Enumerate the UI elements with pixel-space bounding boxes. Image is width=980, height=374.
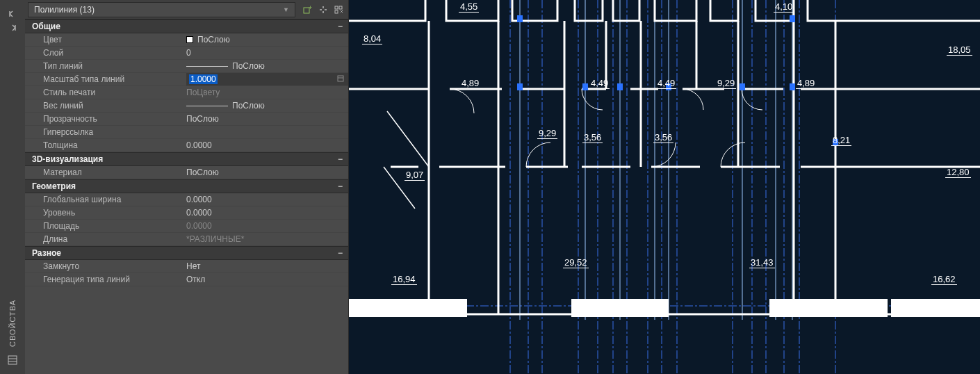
drawing-canvas[interactable] bbox=[349, 0, 980, 374]
collapse-icon: − bbox=[338, 248, 343, 258]
toggle-pickadd-icon[interactable]: + bbox=[302, 4, 313, 15]
dim-label: 4,49 bbox=[589, 78, 610, 89]
svg-rect-8 bbox=[338, 76, 343, 81]
calculator-icon[interactable] bbox=[337, 75, 345, 83]
dim-label: 9,29 bbox=[716, 78, 736, 89]
prop-row-area[interactable]: Площадь 0.0000 bbox=[25, 220, 348, 233]
dim-label: 4,49 bbox=[656, 78, 676, 89]
object-type-selector[interactable]: Полилиния (13) ▼ bbox=[28, 2, 295, 17]
selector-text: Полилиния (13) bbox=[34, 5, 95, 15]
prop-row-length[interactable]: Длина *РАЗЛИЧНЫЕ* bbox=[25, 233, 348, 246]
ltscale-input[interactable]: 1.0000 bbox=[186, 73, 348, 86]
dim-label: 8,21 bbox=[831, 135, 851, 146]
lineweight-preview bbox=[186, 106, 228, 106]
collapse-left-icon[interactable] bbox=[9, 10, 16, 19]
svg-rect-44 bbox=[740, 83, 745, 90]
svg-rect-42 bbox=[617, 83, 623, 90]
properties-palette: Полилиния (13) ▼ + Общие − bbox=[25, 0, 349, 374]
dim-label: 16,94 bbox=[391, 274, 417, 285]
dim-label: 8,04 bbox=[362, 33, 382, 44]
svg-rect-45 bbox=[790, 15, 795, 22]
dim-label: 4,55 bbox=[459, 1, 479, 13]
color-swatch bbox=[186, 36, 193, 43]
chevron-down-icon: ▼ bbox=[283, 6, 289, 13]
prop-row-closed[interactable]: Замкнуто Нет bbox=[25, 260, 348, 273]
section-header-misc[interactable]: Разное − bbox=[25, 246, 348, 260]
svg-rect-0 bbox=[8, 356, 17, 364]
collapse-icon: − bbox=[338, 22, 343, 31]
dim-label: 4,89 bbox=[460, 78, 480, 89]
linetype-preview bbox=[186, 66, 228, 67]
dim-label: 3,56 bbox=[582, 132, 603, 143]
dim-label: 3,56 bbox=[653, 132, 673, 143]
prop-row-material[interactable]: Материал ПоСлою bbox=[25, 166, 348, 179]
svg-rect-5 bbox=[335, 6, 338, 9]
prop-row-thickness[interactable]: Толщина 0.0000 bbox=[25, 139, 348, 152]
properties-icon[interactable] bbox=[8, 355, 17, 367]
svg-text:+: + bbox=[309, 5, 312, 11]
collapse-icon: − bbox=[338, 154, 343, 164]
prop-row-ltscale[interactable]: Масштаб типа линий 1.0000 bbox=[25, 73, 348, 86]
prop-row-pstyle[interactable]: Стиль печати ПоЦвету bbox=[25, 86, 348, 99]
dim-label: 9,07 bbox=[405, 170, 425, 181]
palette-header: Полилиния (13) ▼ + bbox=[25, 0, 348, 19]
section-header-3d[interactable]: 3D-визуализация − bbox=[25, 152, 348, 166]
dim-label: 4,89 bbox=[796, 78, 816, 89]
prop-row-color[interactable]: Цвет ПоСлою bbox=[25, 33, 348, 47]
sidebar-strip: СВОЙСТВА bbox=[0, 0, 25, 374]
dim-label: 16,62 bbox=[931, 274, 957, 285]
svg-rect-7 bbox=[335, 10, 338, 13]
prop-row-ltgen[interactable]: Генерация типа линий Откл bbox=[25, 273, 348, 286]
dim-label: 9,29 bbox=[537, 128, 557, 139]
collapse-icon: − bbox=[338, 181, 343, 191]
prop-row-ltype[interactable]: Тип линий ПоСлою bbox=[25, 60, 348, 73]
prop-row-transparency[interactable]: Прозрачность ПоСлою bbox=[25, 113, 348, 126]
header-icons: + bbox=[298, 4, 348, 15]
collapse-right-icon[interactable] bbox=[9, 24, 16, 33]
prop-row-global-width[interactable]: Глобальная ширина 0.0000 bbox=[25, 193, 348, 206]
palette-title: СВОЙСТВА bbox=[8, 300, 17, 347]
prop-row-lweight[interactable]: Вес линий ПоСлою bbox=[25, 99, 348, 113]
svg-rect-40 bbox=[517, 83, 523, 90]
svg-rect-41 bbox=[582, 83, 588, 90]
svg-rect-46 bbox=[790, 83, 795, 90]
dim-label: 31,43 bbox=[749, 257, 775, 268]
dim-label: 12,80 bbox=[945, 167, 971, 178]
svg-rect-6 bbox=[339, 6, 342, 9]
svg-rect-35 bbox=[349, 299, 467, 317]
svg-rect-36 bbox=[571, 299, 669, 317]
dim-label: 29,52 bbox=[563, 257, 589, 268]
prop-row-hyperlink[interactable]: Гиперссылка bbox=[25, 126, 348, 139]
dim-label: 4,10 bbox=[774, 1, 794, 13]
workspace: СВОЙСТВА Полилиния (13) ▼ + bbox=[0, 0, 980, 374]
section-header-general[interactable]: Общие − bbox=[25, 19, 348, 33]
dim-label: 18,05 bbox=[947, 44, 972, 56]
prop-row-elevation[interactable]: Уровень 0.0000 bbox=[25, 206, 348, 220]
svg-rect-38 bbox=[891, 299, 980, 317]
quick-select-icon[interactable] bbox=[333, 4, 344, 15]
svg-rect-39 bbox=[517, 15, 523, 22]
prop-row-layer[interactable]: Слой 0 bbox=[25, 47, 348, 60]
select-objects-icon[interactable] bbox=[318, 4, 329, 15]
section-header-geometry[interactable]: Геометрия − bbox=[25, 179, 348, 193]
svg-rect-37 bbox=[769, 299, 888, 317]
